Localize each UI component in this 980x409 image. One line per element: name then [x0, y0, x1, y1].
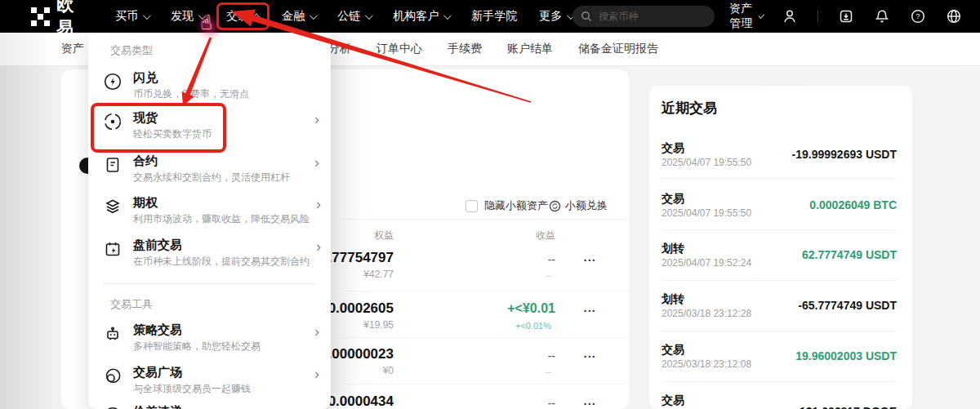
nav-trade[interactable]: 交易 — [216, 2, 270, 30]
transaction-row[interactable]: 交易 -121.606817 DOGE — [662, 393, 897, 409]
row-more-button[interactable]: ... — [583, 250, 596, 264]
chevron-down-icon — [310, 11, 318, 20]
section-label: 交易类型 — [110, 43, 153, 58]
divider — [662, 280, 897, 281]
divider — [103, 283, 316, 284]
nav-institutions[interactable]: 机构客户 — [393, 9, 449, 24]
futures-contract-icon — [103, 155, 122, 175]
transaction-amount: 62.7774749 USDT — [802, 248, 897, 261]
divider — [662, 229, 897, 230]
chevron-up-icon — [252, 13, 261, 21]
section-label: 交易工具 — [110, 297, 153, 312]
spread-icon — [103, 406, 122, 409]
okx-logo[interactable]: 欧易 — [31, 0, 87, 39]
chevron-down-icon — [443, 11, 452, 20]
hide-small-assets-checkbox[interactable] — [466, 200, 478, 212]
search-icon — [581, 11, 592, 22]
recent-transactions-panel: 近期交易 交易 2025/04/07 19:55:50 -19.99992693… — [649, 86, 912, 409]
trade-dropdown-menu: 交易类型 闪兑 币币兑换，0 费率，无滑点 现货 轻松买卖数字货币 › 合约 交… — [88, 33, 331, 409]
menu-item-spot[interactable]: 现货 轻松买卖数字货币 › — [103, 110, 319, 140]
divider — [662, 381, 897, 382]
transaction-amount: 19.96002003 USDT — [795, 349, 897, 362]
row-more-button[interactable]: ... — [583, 393, 596, 407]
subnav-proof-of-reserves[interactable]: 储备金证明报告 — [578, 42, 658, 56]
chevron-down-icon — [365, 11, 373, 20]
menu-item-options[interactable]: 期权 利用市场波动，赚取收益，降低交易风险 › — [103, 195, 319, 225]
top-navbar: 欧易 买币 发现 交易 金融 公链 机构客户 新手学院 更多 资产管理 ? — [0, 0, 980, 33]
divider — [662, 178, 897, 179]
convert-small-button[interactable]: 小额兑换 — [549, 198, 608, 213]
flash-convert-icon — [103, 72, 122, 91]
user-icon[interactable] — [782, 8, 798, 24]
transaction-row[interactable]: 划转 2025/04/07 19:52:24 62.7774749 USDT — [662, 242, 897, 286]
transaction-amount: -65.7774749 USDT — [798, 299, 897, 312]
divider — [343, 219, 629, 220]
divider — [343, 384, 629, 385]
trading-bot-icon — [103, 324, 122, 344]
nav-finance[interactable]: 金融 — [282, 9, 315, 24]
chevron-right-icon: › — [308, 365, 319, 395]
search-box[interactable] — [572, 6, 715, 27]
transaction-amount: -19.99992693 USDT — [792, 148, 897, 161]
menu-item-nitro-spreads[interactable]: 价差速递 — [103, 404, 319, 409]
menu-item-strategy-trading[interactable]: 策略交易 多种智能策略，助您轻松交易 › — [103, 322, 319, 353]
menu-item-trading-square[interactable]: 交易广场 与全球顶级交易员一起赚钱 › — [103, 365, 319, 395]
options-layers-icon — [103, 197, 122, 216]
chevron-down-icon — [759, 12, 765, 19]
column-header-profit: 收益 — [474, 229, 555, 242]
svg-text:?: ? — [915, 11, 920, 20]
divider — [662, 331, 897, 331]
nav-buy-crypto[interactable]: 买币 — [115, 9, 149, 24]
chevron-right-icon: › — [310, 195, 321, 225]
help-icon[interactable]: ? — [910, 8, 926, 24]
pre-market-icon — [103, 239, 122, 259]
subnav-analysis[interactable]: 分析 — [328, 42, 351, 56]
subnav-fees[interactable]: 手续费 — [448, 42, 482, 56]
chevron-right-icon: › — [308, 322, 319, 353]
search-input[interactable] — [597, 10, 706, 23]
okx-logo-icon — [31, 7, 50, 26]
subnav-order-center[interactable]: 订单中心 — [376, 42, 422, 56]
notifications-bell-icon[interactable] — [874, 8, 890, 24]
nav-public-chain[interactable]: 公链 — [337, 9, 371, 24]
menu-item-convert[interactable]: 闪兑 币币兑换，0 费率，无滑点 — [103, 70, 319, 100]
hide-small-assets-label: 隐藏小额资产 — [484, 198, 548, 213]
chevron-right-icon: › — [308, 153, 319, 184]
chevron-right-icon: › — [308, 110, 319, 140]
main-menu: 买币 发现 交易 金融 公链 机构客户 新手学院 更多 — [115, 9, 572, 24]
menu-item-futures[interactable]: 合约 交易永续和交割合约，灵活使用杠杆 › — [103, 153, 319, 184]
divider — [343, 291, 629, 291]
transaction-row[interactable]: 交易 2025/03/18 23:12:08 19.96002003 USDT — [662, 343, 897, 387]
nav-academy[interactable]: 新手学院 — [471, 9, 517, 24]
transaction-amount: -121.606817 DOGE — [795, 405, 897, 409]
row-more-button[interactable]: ... — [583, 300, 596, 314]
spot-trading-icon — [103, 112, 122, 131]
convert-icon — [549, 200, 561, 212]
divider — [817, 10, 818, 23]
transaction-amount: 0.00026049 BTC — [809, 198, 897, 211]
language-globe-icon[interactable] — [946, 8, 962, 24]
divider — [343, 337, 629, 338]
logo-text: 欧易 — [56, 0, 87, 39]
subnav-account-statement[interactable]: 账户结单 — [507, 42, 553, 56]
copy-trading-icon — [103, 367, 122, 386]
menu-item-pre-market[interactable]: 盘前交易 在币种未上线阶段，提前交易其交割合约 › — [103, 238, 319, 268]
transaction-row[interactable]: 划转 2025/03/18 23:12:28 -65.7774749 USDT — [662, 292, 897, 336]
row-more-button[interactable]: ... — [583, 346, 596, 360]
asset-manage-menu[interactable]: 资产管理 — [729, 2, 762, 31]
download-app-icon[interactable] — [838, 8, 854, 24]
chevron-right-icon: › — [310, 238, 321, 268]
panel-title: 近期交易 — [662, 99, 717, 118]
nav-discover[interactable]: 发现 — [171, 9, 204, 24]
nav-more[interactable]: 更多 — [539, 9, 572, 24]
chevron-down-icon — [143, 11, 151, 20]
chevron-down-icon — [198, 11, 207, 20]
